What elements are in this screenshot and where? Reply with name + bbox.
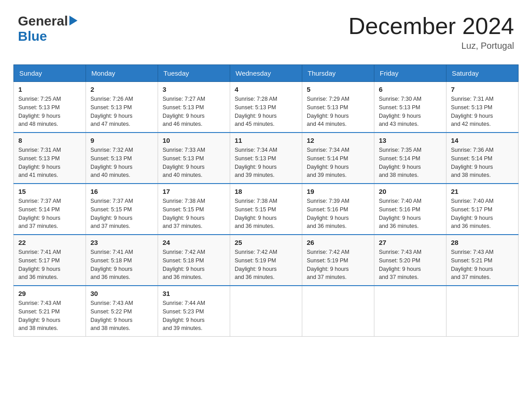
day-number: 31 — [163, 290, 225, 297]
day-number: 5 — [307, 86, 369, 93]
calendar-cell: 9Sunrise: 7:32 AMSunset: 5:13 PMDaylight… — [86, 133, 158, 184]
calendar-cell: 18Sunrise: 7:38 AMSunset: 5:15 PMDayligh… — [230, 184, 302, 235]
calendar-cell: 11Sunrise: 7:34 AMSunset: 5:13 PMDayligh… — [230, 133, 302, 184]
day-number: 15 — [18, 188, 81, 195]
week-row-5: 29Sunrise: 7:43 AMSunset: 5:21 PMDayligh… — [14, 286, 519, 337]
header-friday: Friday — [374, 65, 446, 82]
calendar-cell: 14Sunrise: 7:36 AMSunset: 5:14 PMDayligh… — [446, 133, 519, 184]
logo-general-text: General — [18, 13, 68, 29]
calendar-cell — [230, 286, 302, 337]
weekday-header-row: Sunday Monday Tuesday Wednesday Thursday… — [14, 65, 519, 82]
calendar-cell: 27Sunrise: 7:43 AMSunset: 5:20 PMDayligh… — [374, 235, 446, 286]
day-info: Sunrise: 7:25 AMSunset: 5:13 PMDaylight:… — [18, 95, 81, 128]
day-number: 18 — [235, 188, 297, 195]
calendar-cell: 26Sunrise: 7:42 AMSunset: 5:19 PMDayligh… — [302, 235, 374, 286]
calendar-cell: 17Sunrise: 7:38 AMSunset: 5:15 PMDayligh… — [158, 184, 230, 235]
calendar-cell: 8Sunrise: 7:31 AMSunset: 5:13 PMDaylight… — [14, 133, 86, 184]
day-number: 1 — [18, 86, 81, 93]
calendar-cell: 24Sunrise: 7:42 AMSunset: 5:18 PMDayligh… — [158, 235, 230, 286]
calendar-cell: 20Sunrise: 7:40 AMSunset: 5:16 PMDayligh… — [374, 184, 446, 235]
day-number: 13 — [379, 137, 442, 144]
week-row-4: 22Sunrise: 7:41 AMSunset: 5:17 PMDayligh… — [14, 235, 519, 286]
calendar-cell: 16Sunrise: 7:37 AMSunset: 5:15 PMDayligh… — [86, 184, 158, 235]
logo-blue-text: Blue — [18, 29, 47, 43]
day-number: 7 — [451, 86, 514, 93]
day-number: 21 — [451, 188, 514, 195]
calendar-cell: 7Sunrise: 7:31 AMSunset: 5:13 PMDaylight… — [446, 82, 519, 133]
calendar-cell — [374, 286, 446, 337]
day-info: Sunrise: 7:37 AMSunset: 5:15 PMDaylight:… — [90, 197, 153, 231]
day-info: Sunrise: 7:38 AMSunset: 5:15 PMDaylight:… — [235, 197, 297, 231]
calendar-cell — [446, 286, 519, 337]
calendar-cell: 21Sunrise: 7:40 AMSunset: 5:17 PMDayligh… — [446, 184, 519, 235]
day-number: 2 — [90, 86, 153, 93]
day-info: Sunrise: 7:37 AMSunset: 5:14 PMDaylight:… — [18, 197, 81, 231]
day-info: Sunrise: 7:35 AMSunset: 5:14 PMDaylight:… — [379, 146, 442, 180]
day-info: Sunrise: 7:41 AMSunset: 5:18 PMDaylight:… — [90, 248, 153, 282]
calendar-cell: 30Sunrise: 7:43 AMSunset: 5:22 PMDayligh… — [86, 286, 158, 337]
day-info: Sunrise: 7:29 AMSunset: 5:13 PMDaylight:… — [307, 95, 369, 128]
page-header: General Blue December 2024 Luz, Portugal — [9, 9, 523, 56]
header-thursday: Thursday — [302, 65, 374, 82]
day-number: 24 — [163, 239, 225, 246]
day-info: Sunrise: 7:30 AMSunset: 5:13 PMDaylight:… — [379, 95, 442, 128]
day-info: Sunrise: 7:42 AMSunset: 5:19 PMDaylight:… — [307, 248, 369, 282]
day-info: Sunrise: 7:43 AMSunset: 5:21 PMDaylight:… — [18, 299, 81, 333]
logo-arrow-shape — [69, 16, 77, 27]
calendar-cell: 29Sunrise: 7:43 AMSunset: 5:21 PMDayligh… — [14, 286, 86, 337]
day-info: Sunrise: 7:40 AMSunset: 5:17 PMDaylight:… — [451, 197, 514, 231]
day-number: 17 — [163, 188, 225, 195]
header-saturday: Saturday — [446, 65, 519, 82]
calendar-cell: 5Sunrise: 7:29 AMSunset: 5:13 PMDaylight… — [302, 82, 374, 133]
calendar-cell: 23Sunrise: 7:41 AMSunset: 5:18 PMDayligh… — [86, 235, 158, 286]
day-number: 14 — [451, 137, 514, 144]
header-sunday: Sunday — [14, 65, 86, 82]
calendar-cell: 12Sunrise: 7:34 AMSunset: 5:14 PMDayligh… — [302, 133, 374, 184]
logo: General Blue — [18, 13, 77, 44]
day-info: Sunrise: 7:36 AMSunset: 5:14 PMDaylight:… — [451, 146, 514, 180]
week-row-3: 15Sunrise: 7:37 AMSunset: 5:14 PMDayligh… — [14, 184, 519, 235]
day-number: 3 — [163, 86, 225, 93]
week-row-2: 8Sunrise: 7:31 AMSunset: 5:13 PMDaylight… — [14, 133, 519, 184]
day-number: 9 — [90, 137, 153, 144]
day-info: Sunrise: 7:34 AMSunset: 5:14 PMDaylight:… — [307, 146, 369, 180]
calendar-cell: 15Sunrise: 7:37 AMSunset: 5:14 PMDayligh… — [14, 184, 86, 235]
day-number: 29 — [18, 290, 81, 297]
day-number: 8 — [18, 137, 81, 144]
day-info: Sunrise: 7:34 AMSunset: 5:13 PMDaylight:… — [235, 146, 297, 180]
calendar-cell: 28Sunrise: 7:43 AMSunset: 5:21 PMDayligh… — [446, 235, 519, 286]
day-info: Sunrise: 7:33 AMSunset: 5:13 PMDaylight:… — [163, 146, 225, 180]
day-info: Sunrise: 7:40 AMSunset: 5:16 PMDaylight:… — [379, 197, 442, 231]
calendar-cell — [302, 286, 374, 337]
calendar-cell: 4Sunrise: 7:28 AMSunset: 5:13 PMDaylight… — [230, 82, 302, 133]
day-info: Sunrise: 7:42 AMSunset: 5:18 PMDaylight:… — [163, 248, 225, 282]
day-number: 25 — [235, 239, 297, 246]
calendar-cell: 22Sunrise: 7:41 AMSunset: 5:17 PMDayligh… — [14, 235, 86, 286]
day-number: 30 — [90, 290, 153, 297]
day-info: Sunrise: 7:44 AMSunset: 5:23 PMDaylight:… — [163, 299, 225, 333]
day-number: 12 — [307, 137, 369, 144]
calendar-cell: 6Sunrise: 7:30 AMSunset: 5:13 PMDaylight… — [374, 82, 446, 133]
calendar-cell: 31Sunrise: 7:44 AMSunset: 5:23 PMDayligh… — [158, 286, 230, 337]
day-info: Sunrise: 7:39 AMSunset: 5:16 PMDaylight:… — [307, 197, 369, 231]
day-info: Sunrise: 7:38 AMSunset: 5:15 PMDaylight:… — [163, 197, 225, 231]
location: Luz, Portugal — [348, 41, 514, 51]
day-info: Sunrise: 7:42 AMSunset: 5:19 PMDaylight:… — [235, 248, 297, 282]
svg-marker-0 — [69, 16, 77, 26]
day-info: Sunrise: 7:32 AMSunset: 5:13 PMDaylight:… — [90, 146, 153, 180]
header-wednesday: Wednesday — [230, 65, 302, 82]
day-number: 10 — [163, 137, 225, 144]
calendar-cell: 3Sunrise: 7:27 AMSunset: 5:13 PMDaylight… — [158, 82, 230, 133]
calendar-cell: 19Sunrise: 7:39 AMSunset: 5:16 PMDayligh… — [302, 184, 374, 235]
day-number: 26 — [307, 239, 369, 246]
day-info: Sunrise: 7:43 AMSunset: 5:20 PMDaylight:… — [379, 248, 442, 282]
day-number: 27 — [379, 239, 442, 246]
day-number: 6 — [379, 86, 442, 93]
header-monday: Monday — [86, 65, 158, 82]
calendar-cell: 13Sunrise: 7:35 AMSunset: 5:14 PMDayligh… — [374, 133, 446, 184]
title-section: December 2024 Luz, Portugal — [348, 13, 514, 51]
day-info: Sunrise: 7:43 AMSunset: 5:22 PMDaylight:… — [90, 299, 153, 333]
day-number: 19 — [307, 188, 369, 195]
day-number: 11 — [235, 137, 297, 144]
day-number: 16 — [90, 188, 153, 195]
